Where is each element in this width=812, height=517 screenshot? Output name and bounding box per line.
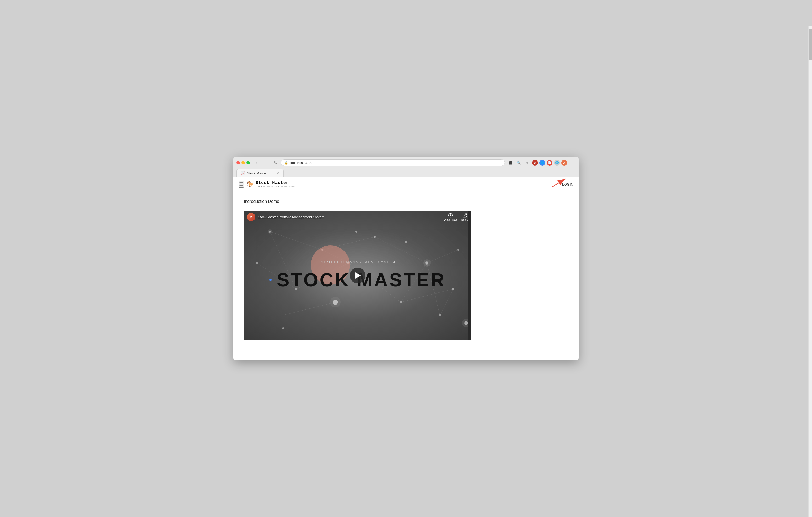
- watch-later-label: Watch later: [444, 218, 457, 221]
- extension-2-icon[interactable]: 🌐: [540, 160, 545, 166]
- extension-1-icon[interactable]: 2: [532, 160, 538, 166]
- tab-favicon: 📈: [241, 172, 245, 175]
- bookmark-icon[interactable]: ☆: [524, 159, 530, 166]
- svg-point-31: [282, 327, 284, 329]
- watch-later-button[interactable]: Watch later: [444, 213, 457, 221]
- video-container[interactable]: M Stock Master Portfolio Management Syst…: [244, 211, 471, 340]
- svg-point-25: [400, 301, 402, 303]
- page-content: ☰ 🐎 Stock Master Make the stock experien…: [233, 178, 579, 360]
- back-button[interactable]: ←: [254, 159, 261, 166]
- main-content: Indroduction Demo M Stock Master Portfol…: [233, 191, 579, 348]
- app-logo: 🐎 Stock Master Make the stock experience…: [247, 181, 296, 188]
- channel-avatar: M: [247, 213, 255, 221]
- forward-button[interactable]: →: [263, 159, 270, 166]
- svg-line-8: [401, 289, 453, 302]
- video-header: M Stock Master Portfolio Management Syst…: [244, 211, 471, 223]
- video-background: PORTFOLIO MANAGEMENT SYSTEM STOCK MASTER: [244, 211, 471, 340]
- svg-line-5: [375, 237, 427, 263]
- url-input[interactable]: [290, 161, 501, 165]
- search-icon[interactable]: 🔍: [515, 159, 522, 166]
- active-tab[interactable]: 📈 Stock Master ✕: [236, 169, 284, 177]
- close-button[interactable]: [236, 161, 240, 164]
- profile-icon[interactable]: A: [561, 160, 567, 166]
- tab-close-button[interactable]: ✕: [277, 172, 279, 175]
- svg-line-3: [270, 232, 322, 250]
- more-options-button[interactable]: ⋮: [569, 159, 576, 166]
- portfolio-label: PORTFOLIO MANAGEMENT SYSTEM: [319, 260, 396, 264]
- share-label: Share: [461, 218, 468, 221]
- app-navbar: ☰ 🐎 Stock Master Make the stock experien…: [233, 178, 579, 191]
- minimize-button[interactable]: [241, 161, 245, 164]
- video-title: Stock Master Portfolio Management System: [258, 215, 324, 219]
- browser-extensions: ⬛ 🔍 ☆ 2 🌐 📄 🌐 A ⋮: [507, 159, 576, 166]
- video-right-edge: [468, 211, 471, 340]
- svg-point-21: [374, 236, 376, 238]
- tab-bar: 📈 Stock Master ✕ +: [236, 168, 576, 177]
- svg-point-35: [268, 230, 272, 234]
- lock-icon: 🔒: [284, 161, 288, 165]
- clock-icon: [448, 213, 453, 218]
- share-icon: [463, 213, 467, 218]
- svg-point-29: [256, 262, 258, 264]
- play-triangle-icon: [355, 272, 361, 279]
- logo-icon: 🐎: [247, 181, 254, 188]
- maximize-button[interactable]: [246, 161, 250, 164]
- svg-point-26: [452, 288, 455, 291]
- translate-icon[interactable]: ⬛: [507, 159, 514, 166]
- extension-3-icon[interactable]: 📄: [547, 160, 552, 166]
- svg-point-28: [439, 314, 441, 316]
- play-button[interactable]: [350, 268, 366, 283]
- blue-dot-decoration: [269, 279, 271, 281]
- title-bar: ← → ↻ 🔒 ⬛ 🔍 ☆ 2 🌐 📄 🌐 A ⋮: [233, 157, 579, 178]
- svg-line-9: [283, 302, 336, 315]
- extension-4-icon[interactable]: 🌐: [554, 160, 560, 166]
- logo-title: Stock Master: [256, 181, 296, 185]
- hamburger-menu-button[interactable]: ☰: [239, 181, 244, 188]
- share-button[interactable]: Share: [461, 213, 468, 221]
- svg-point-34: [405, 241, 407, 243]
- video-top-controls: Watch later Share: [444, 213, 468, 221]
- tab-title: Stock Master: [247, 171, 267, 175]
- refresh-button[interactable]: ↻: [272, 159, 279, 166]
- svg-point-33: [355, 231, 357, 233]
- address-bar: 🔒: [281, 159, 505, 166]
- browser-window: ← → ↻ 🔒 ⬛ 🔍 ☆ 2 🌐 📄 🌐 A ⋮: [233, 157, 579, 360]
- svg-line-12: [348, 237, 375, 263]
- section-title: Indroduction Demo: [244, 199, 279, 206]
- svg-point-30: [457, 249, 459, 251]
- window-controls: [236, 161, 250, 164]
- logo-subtitle: Make the stock experience easier.: [256, 185, 296, 188]
- avatar-text: M: [250, 215, 253, 219]
- logo-text: Stock Master Make the stock experience e…: [256, 181, 296, 188]
- svg-point-37: [330, 297, 341, 307]
- new-tab-button[interactable]: +: [284, 168, 292, 177]
- login-button[interactable]: LOGIN: [562, 182, 573, 186]
- svg-line-17: [440, 289, 453, 315]
